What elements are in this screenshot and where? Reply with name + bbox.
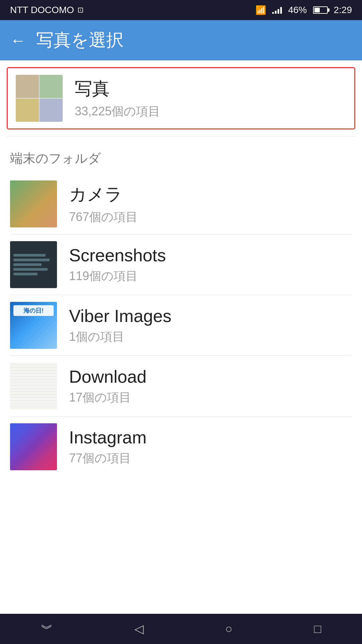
folder-info-screenshots: Screenshots 119個の項目	[69, 245, 166, 284]
carrier-info: NTT DOCOMO ⊡	[10, 5, 83, 15]
folder-name-viber: Viber Images	[69, 306, 171, 326]
folder-thumbnail-screenshots	[10, 241, 57, 288]
folder-thumbnail-photos	[16, 75, 63, 122]
folder-info-instagram: Instagram 77個の項目	[69, 427, 146, 467]
chevron-down-icon: ︾	[41, 621, 53, 637]
wifi-icon: 📶	[255, 5, 266, 15]
nav-chevron-down[interactable]: ︾	[27, 618, 66, 641]
folder-count-viber: 1個の項目	[69, 329, 171, 345]
folder-count-download: 17個の項目	[69, 389, 146, 406]
folder-count-instagram: 77個の項目	[69, 450, 146, 467]
folder-count-camera: 767個の項目	[69, 209, 138, 225]
folder-row-viber[interactable]: 海の日! Viber Images 1個の項目	[0, 295, 362, 356]
bottom-nav: ︾ ◁ ○ □	[0, 614, 362, 644]
folder-thumbnail-download	[10, 363, 57, 410]
folder-info-photos: 写真 33,225個の項目	[75, 77, 160, 120]
folder-info-camera: カメラ 767個の項目	[69, 183, 138, 225]
folder-name-instagram: Instagram	[69, 427, 146, 447]
signal-icon	[272, 6, 282, 14]
home-icon: ○	[225, 622, 233, 636]
carrier-name: NTT DOCOMO	[10, 5, 74, 15]
battery-percent: 46%	[288, 5, 307, 15]
folder-name-screenshots: Screenshots	[69, 245, 166, 265]
folder-row-photos[interactable]: 写真 33,225個の項目	[7, 67, 355, 129]
recents-icon: □	[314, 622, 321, 636]
page-title: 写真を選択	[36, 29, 124, 52]
folder-thumbnail-camera	[10, 180, 57, 227]
nav-recents[interactable]: □	[301, 619, 335, 639]
folder-row-camera[interactable]: カメラ 767個の項目	[0, 174, 362, 234]
folder-thumbnail-viber: 海の日!	[10, 302, 57, 349]
app-bar: ← 写真を選択	[0, 20, 362, 60]
sim-icon: ⊡	[77, 6, 83, 14]
folder-count-photos: 33,225個の項目	[75, 103, 160, 120]
folder-row-download[interactable]: Download 17個の項目	[0, 356, 362, 416]
folder-info-download: Download 17個の項目	[69, 367, 146, 406]
folder-name-download: Download	[69, 367, 146, 387]
folder-name-photos: 写真	[75, 77, 160, 101]
status-icons: 📶 46% 2:29	[255, 5, 352, 15]
folder-thumbnail-instagram	[10, 423, 57, 470]
folder-info-viber: Viber Images 1個の項目	[69, 306, 171, 345]
folder-row-screenshots[interactable]: Screenshots 119個の項目	[0, 234, 362, 295]
content-area: 写真 33,225個の項目 端末のフォルダ カメラ 767個の項目 Screen…	[0, 60, 362, 614]
status-bar: NTT DOCOMO ⊡ 📶 46% 2:29	[0, 0, 362, 20]
clock: 2:29	[334, 5, 352, 15]
battery-icon	[313, 6, 328, 14]
back-button[interactable]: ←	[10, 31, 26, 50]
nav-back[interactable]: ◁	[121, 619, 157, 639]
folder-name-camera: カメラ	[69, 183, 138, 206]
nav-home[interactable]: ○	[212, 619, 246, 639]
section-header-device-folders: 端末のフォルダ	[0, 137, 362, 174]
back-icon: ◁	[134, 622, 144, 636]
folder-row-instagram[interactable]: Instagram 77個の項目	[0, 417, 362, 477]
folder-count-screenshots: 119個の項目	[69, 268, 166, 284]
